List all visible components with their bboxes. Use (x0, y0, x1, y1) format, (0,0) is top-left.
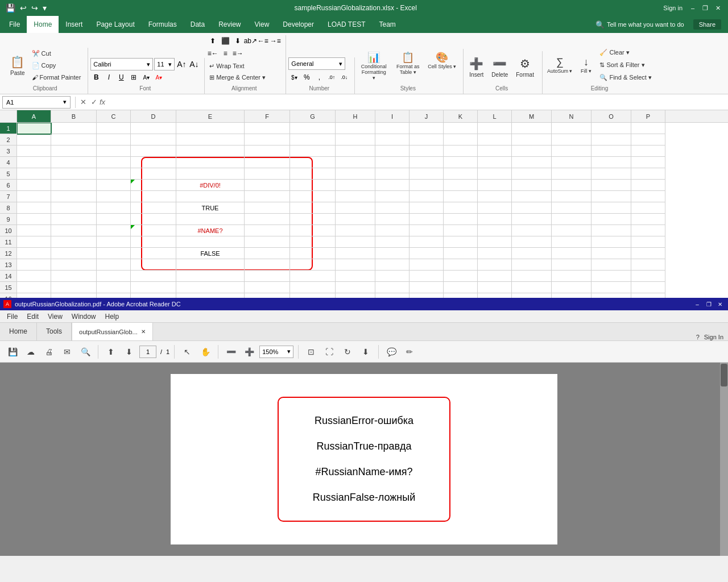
cell-P3[interactable] (631, 146, 665, 157)
pdf-zoom-selector[interactable]: 150% ▾ (259, 346, 293, 358)
cell-E10[interactable]: #NAME? (176, 225, 245, 236)
row-header-6[interactable]: 6 (0, 180, 16, 191)
pdf-search-button[interactable]: 🔍 (77, 344, 93, 360)
cell-M14[interactable] (512, 271, 552, 282)
col-header-D[interactable]: D (131, 110, 176, 122)
cell-J3[interactable] (410, 146, 444, 157)
cell-E16[interactable] (176, 293, 245, 298)
cell-K10[interactable] (444, 225, 478, 236)
cell-C16[interactable] (97, 293, 131, 298)
cell-M8[interactable] (512, 202, 552, 214)
increase-decimal-button[interactable]: .0↑ (326, 72, 337, 83)
pdf-comment-button[interactable]: 💬 (383, 344, 399, 360)
col-header-K[interactable]: K (444, 110, 478, 122)
cell-O1[interactable] (592, 123, 631, 134)
cell-C7[interactable] (97, 191, 131, 202)
cell-A15[interactable] (17, 282, 51, 293)
fill-button[interactable]: ↓ Fill ▾ (576, 54, 596, 76)
menu-review[interactable]: Review (212, 16, 247, 33)
cell-D6[interactable] (131, 180, 176, 191)
indent-decrease-button[interactable]: ←≡ (257, 35, 268, 47)
pdf-tab-close-icon[interactable]: ✕ (141, 329, 146, 335)
cell-M13[interactable] (512, 259, 552, 271)
cell-L2[interactable] (478, 134, 512, 146)
cell-O8[interactable] (592, 202, 631, 214)
row-header-14[interactable]: 14 (0, 271, 16, 282)
cell-E3[interactable] (176, 146, 245, 157)
cell-M2[interactable] (512, 134, 552, 146)
align-center-button[interactable]: ≡ (220, 48, 231, 59)
save-icon[interactable]: 💾 (5, 3, 16, 13)
pdf-print-button[interactable]: 🖨 (41, 344, 57, 360)
cell-C3[interactable] (97, 146, 131, 157)
cell-G16[interactable] (290, 293, 336, 298)
cell-N9[interactable] (552, 214, 592, 225)
format-button[interactable]: ⚙ Format (512, 51, 537, 83)
cell-L8[interactable] (478, 202, 512, 214)
cell-P12[interactable] (631, 248, 665, 259)
pdf-rotate-button[interactable]: ↻ (340, 344, 355, 360)
close-button[interactable]: ✕ (712, 3, 723, 13)
cell-O13[interactable] (592, 259, 631, 271)
cell-L3[interactable] (478, 146, 512, 157)
pdf-next-page-button[interactable]: ⬇ (121, 344, 137, 360)
clear-button[interactable]: 🧹 Clear ▾ (597, 47, 653, 58)
row-header-15[interactable]: 15 (0, 282, 16, 293)
cell-H12[interactable] (336, 248, 375, 259)
pdf-menu-help[interactable]: Help (101, 310, 124, 323)
share-button[interactable]: Share (689, 16, 726, 33)
cell-F7[interactable] (245, 191, 290, 202)
cell-F6[interactable] (245, 180, 290, 191)
cell-A1[interactable] (17, 123, 51, 134)
cell-C5[interactable] (97, 168, 131, 180)
cell-M15[interactable] (512, 282, 552, 293)
pdf-scrollbar[interactable] (720, 363, 728, 556)
cell-C6[interactable] (97, 180, 131, 191)
cell-F2[interactable] (245, 134, 290, 146)
menu-home[interactable]: Home (27, 16, 59, 33)
cell-P10[interactable] (631, 225, 665, 236)
cell-O3[interactable] (592, 146, 631, 157)
row-header-5[interactable]: 5 (0, 168, 16, 180)
cell-G1[interactable] (290, 123, 336, 134)
cell-C10[interactable] (97, 225, 131, 236)
font-size-selector[interactable]: 11 ▾ (154, 58, 175, 70)
cell-P16[interactable] (631, 293, 665, 298)
cell-J11[interactable] (410, 236, 444, 248)
cell-L5[interactable] (478, 168, 512, 180)
cell-D3[interactable] (131, 146, 176, 157)
pdf-home-tab[interactable]: Home (0, 322, 37, 340)
cell-K16[interactable] (444, 293, 478, 298)
cell-F3[interactable] (245, 146, 290, 157)
cell-D9[interactable] (131, 214, 176, 225)
accounting-button[interactable]: $▾ (288, 72, 300, 83)
col-header-A[interactable]: A (17, 110, 51, 122)
cell-I2[interactable] (375, 134, 410, 146)
cell-N5[interactable] (552, 168, 592, 180)
cell-P4[interactable] (631, 157, 665, 168)
cell-H8[interactable] (336, 202, 375, 214)
font-name-selector[interactable]: Calibri ▾ (90, 58, 153, 70)
cell-N12[interactable] (552, 248, 592, 259)
cell-D14[interactable] (131, 271, 176, 282)
pdf-close-button[interactable]: ✕ (715, 300, 725, 308)
cell-K13[interactable] (444, 259, 478, 271)
align-middle-button[interactable]: ⬛ (220, 35, 231, 47)
col-header-C[interactable]: C (97, 110, 131, 122)
decrease-font-button[interactable]: A↓ (188, 59, 200, 70)
cell-K7[interactable] (444, 191, 478, 202)
indent-increase-button[interactable]: →≡ (270, 35, 281, 47)
cell-L9[interactable] (478, 214, 512, 225)
cell-D11[interactable] (131, 236, 176, 248)
sign-in-button[interactable]: Sign in (663, 5, 682, 11)
decrease-decimal-button[interactable]: .0↓ (338, 72, 350, 83)
cell-F4[interactable] (245, 157, 290, 168)
pdf-upload-button[interactable]: ☁ (23, 344, 39, 360)
italic-button[interactable]: I (103, 72, 114, 83)
cell-B15[interactable] (51, 282, 97, 293)
cell-K5[interactable] (444, 168, 478, 180)
pdf-restore-button[interactable]: ❐ (704, 300, 713, 308)
sort-filter-button[interactable]: ⇅ Sort & Filter ▾ (597, 59, 653, 70)
cell-K9[interactable] (444, 214, 478, 225)
menu-view[interactable]: View (248, 16, 276, 33)
